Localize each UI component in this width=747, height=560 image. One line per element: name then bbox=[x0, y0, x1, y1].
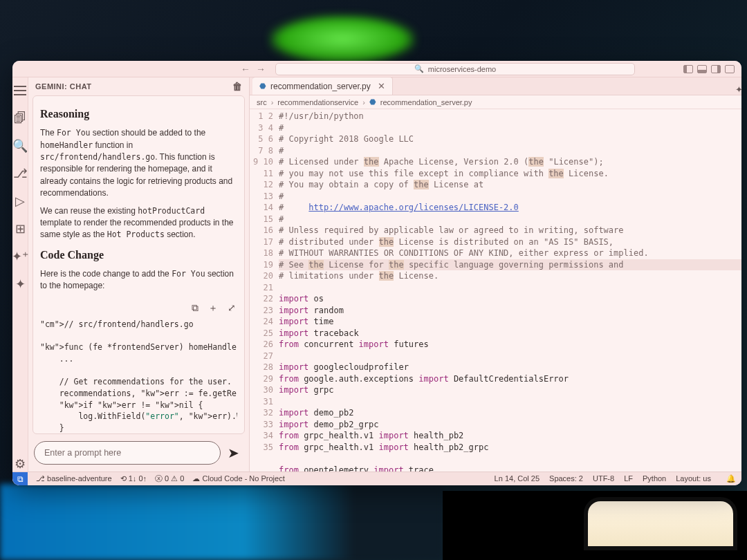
source-control-icon[interactable]: ⎇ bbox=[12, 166, 28, 181]
send-icon[interactable]: ➤ bbox=[228, 445, 243, 461]
reasoning-p1: The For You section should be added to t… bbox=[40, 127, 237, 199]
problems[interactable]: ⓧ 0 ⚠ 0 bbox=[155, 474, 184, 484]
eol[interactable]: LF bbox=[624, 474, 633, 483]
indentation[interactable]: Spaces: 2 bbox=[549, 474, 583, 483]
customize-layout-icon[interactable] bbox=[725, 65, 735, 73]
editor-group: ⬣ recommendation_server.py ✕ ✦ ◫ ⋯ src ›… bbox=[250, 77, 741, 472]
editor-tabs: ⬣ recommendation_server.py ✕ ✦ ◫ ⋯ bbox=[250, 77, 741, 95]
git-sync[interactable]: ⟲ 1↓ 0↑ bbox=[120, 474, 147, 483]
title-bar: ← → 🔍 microservices-demo bbox=[12, 61, 741, 77]
nav-back-icon[interactable]: ← bbox=[241, 64, 250, 75]
run-debug-icon[interactable]: ▷ bbox=[12, 194, 28, 209]
prompt-input[interactable]: Enter a prompt here bbox=[34, 441, 221, 465]
panel-title: GEMINI: CHAT bbox=[35, 82, 92, 91]
tab-recommendation-server[interactable]: ⬣ recommendation_server.py ✕ bbox=[252, 77, 393, 95]
extensions-icon[interactable]: ⊞ bbox=[12, 221, 28, 236]
insert-code-icon[interactable]: ＋ bbox=[208, 301, 218, 315]
toggle-secondary-sidebar-icon[interactable] bbox=[711, 65, 721, 73]
remote-indicator[interactable]: ⧉ bbox=[12, 472, 28, 486]
prompt-placeholder: Enter a prompt here bbox=[44, 448, 121, 458]
foreground-device bbox=[588, 501, 733, 546]
stage-backdrop-top bbox=[270, 15, 415, 64]
crumb-src[interactable]: src bbox=[257, 98, 267, 106]
cloud-code-status[interactable]: ☁ Cloud Code - No Project bbox=[192, 474, 284, 483]
tab-label: recommendation_server.py bbox=[270, 82, 371, 91]
chevron-right-icon: › bbox=[271, 98, 274, 106]
expand-code-icon[interactable]: ⤢ bbox=[228, 301, 236, 315]
gemini-chat-icon[interactable]: ✦⁺ bbox=[12, 249, 28, 264]
cursor-position[interactable]: Ln 14, Col 25 bbox=[495, 474, 540, 483]
toggle-primary-sidebar-icon[interactable] bbox=[683, 65, 693, 73]
crumb-service[interactable]: recommendationservice bbox=[277, 98, 358, 106]
vscode-window: ← → 🔍 microservices-demo 🗐 🔍 ⎇ ▷ ⊞ ✦⁺ ✦ … bbox=[12, 61, 741, 485]
command-center-search[interactable]: 🔍 microservices-demo bbox=[275, 63, 635, 75]
keyboard-layout[interactable]: Layout: us bbox=[676, 474, 711, 483]
reasoning-heading: Reasoning bbox=[40, 106, 237, 122]
reasoning-p2: We can reuse the existing hotProductCard… bbox=[40, 205, 237, 241]
compare-sparkle-icon[interactable]: ✦ bbox=[735, 84, 741, 95]
sparkle-icon[interactable]: ✦ bbox=[12, 277, 28, 292]
explorer-icon[interactable]: 🗐 bbox=[12, 111, 28, 126]
search-icon: 🔍 bbox=[414, 64, 424, 73]
python-file-icon: ⬣ bbox=[369, 97, 376, 106]
git-branch[interactable]: ⎇ baseline-adventure bbox=[36, 474, 112, 483]
notifications-icon[interactable]: 🔔 bbox=[726, 474, 736, 483]
search-icon[interactable]: 🔍 bbox=[12, 138, 28, 153]
code-change-heading: Code Change bbox=[40, 247, 237, 263]
status-bar: ⧉ ⎇ baseline-adventure ⟲ 1↓ 0↑ ⓧ 0 ⚠ 0 ☁… bbox=[12, 472, 741, 485]
chevron-right-icon: › bbox=[362, 98, 365, 106]
line-gutter: 1 2 3 4 5 6 7 8 9 10 11 12 13 14 15 16 1… bbox=[250, 109, 279, 472]
search-placeholder: microservices-demo bbox=[428, 65, 496, 73]
language-mode[interactable]: Python bbox=[643, 474, 666, 483]
layout-controls bbox=[683, 65, 735, 73]
prompt-row: Enter a prompt here ➤ bbox=[28, 434, 249, 472]
settings-gear-icon[interactable]: ⚙ bbox=[12, 456, 28, 472]
code-snippet: "cm">// src/frontend/handlers.go "kw">fu… bbox=[40, 319, 237, 434]
chat-scroll[interactable]: Reasoning The For You section should be … bbox=[33, 95, 245, 434]
crumb-file[interactable]: recommendation_server.py bbox=[380, 98, 472, 106]
gemini-chat-panel: GEMINI: CHAT 🗑 Reasoning The For You sec… bbox=[28, 77, 250, 472]
code-change-intro: Here is the code change to add the For Y… bbox=[40, 268, 237, 292]
close-tab-icon[interactable]: ✕ bbox=[378, 81, 385, 91]
python-file-icon: ⬣ bbox=[259, 82, 266, 91]
menu-icon[interactable] bbox=[12, 83, 28, 98]
encoding[interactable]: UTF-8 bbox=[593, 474, 614, 483]
code-lines[interactable]: #!/usr/bin/python # # Copyright 2018 Goo… bbox=[279, 109, 741, 472]
nav-forward-icon[interactable]: → bbox=[256, 64, 266, 75]
clear-chat-icon[interactable]: 🗑 bbox=[232, 81, 243, 92]
breadcrumb[interactable]: src › recommendationservice › ⬣ recommen… bbox=[250, 95, 741, 109]
copy-code-icon[interactable]: ⧉ bbox=[192, 301, 199, 315]
toggle-panel-icon[interactable] bbox=[697, 65, 707, 73]
code-editor[interactable]: 1 2 3 4 5 6 7 8 9 10 11 12 13 14 15 16 1… bbox=[250, 109, 741, 472]
panel-header: GEMINI: CHAT 🗑 bbox=[28, 77, 249, 95]
code-toolbar: ⧉ ＋ ⤢ bbox=[40, 298, 237, 317]
activity-bar: 🗐 🔍 ⎇ ▷ ⊞ ✦⁺ ✦ ⚙ bbox=[12, 77, 28, 472]
stage-backdrop-bottom bbox=[0, 484, 443, 560]
